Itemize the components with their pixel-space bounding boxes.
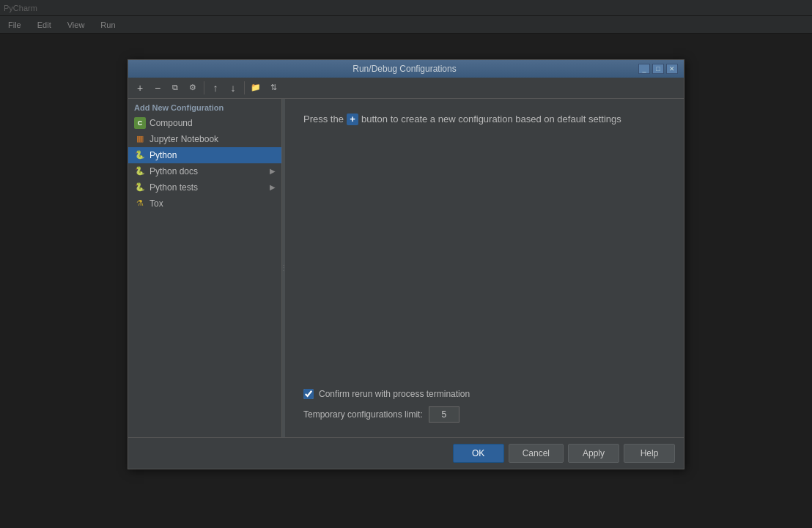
cancel-button[interactable]: Cancel	[509, 444, 564, 463]
dialog-title: Run/Debug Configurations	[171, 64, 638, 74]
dialog-footer: OK Cancel Apply Help	[128, 437, 684, 469]
jupyter-label: Jupyter Notebook	[150, 134, 218, 144]
content-area: Add New Configuration C Compound ▦ Jupyt…	[128, 99, 684, 437]
right-panel: Press the + button to create a new confi…	[285, 99, 684, 437]
configurations-toolbar: + − ⧉ ⚙ ↑ ↓ 📁 ⇅	[128, 78, 684, 99]
move-up-button[interactable]: ↑	[207, 80, 224, 96]
compound-icon: C	[134, 117, 146, 129]
python-tests-label: Python tests	[150, 182, 198, 193]
toolbar-separator	[204, 81, 204, 94]
minimize-button[interactable]: _	[638, 64, 650, 74]
confirm-rerun-label: Confirm rerun with process termination	[319, 389, 470, 399]
add-button[interactable]: +	[132, 80, 148, 96]
run-debug-dialog: Run/Debug Configurations _ □ ✕ + − ⧉ ⚙ ↑…	[128, 59, 684, 469]
right-bottom-section: Confirm rerun with process termination T…	[303, 389, 665, 423]
dialog-title-bar: Run/Debug Configurations _ □ ✕	[128, 60, 684, 78]
restore-button[interactable]: □	[652, 64, 664, 74]
temp-limit-label: Temporary configurations limit:	[303, 409, 423, 420]
tox-label: Tox	[150, 198, 163, 209]
sort-button[interactable]: ⇅	[265, 80, 281, 96]
apply-button[interactable]: Apply	[568, 444, 619, 463]
tree-item-python[interactable]: 🐍 Python	[128, 147, 281, 163]
tree-item-compound[interactable]: C Compound	[128, 115, 281, 131]
toolbar-separator-2	[244, 81, 245, 94]
hint-text-before: Press the	[303, 114, 344, 124]
jupyter-icon: ▦	[134, 133, 146, 145]
python-tests-icon: 🐍	[134, 182, 146, 193]
tree-item-python-docs[interactable]: 🐍 Python docs ▶	[128, 163, 281, 179]
move-down-button[interactable]: ↓	[225, 80, 241, 96]
compound-label: Compound	[150, 118, 193, 128]
python-docs-icon: 🐍	[134, 166, 146, 177]
copy-button[interactable]: ⧉	[167, 80, 183, 96]
python-label: Python	[150, 150, 177, 160]
python-docs-label: Python docs	[150, 166, 198, 176]
python-icon: 🐍	[134, 149, 146, 161]
help-button[interactable]: Help	[624, 444, 675, 463]
folder-button[interactable]: 📁	[248, 80, 264, 96]
temp-limit-input[interactable]	[429, 406, 459, 423]
tox-icon: ⚗	[134, 198, 146, 209]
hint-text-after: button to create a new configuration bas…	[361, 114, 621, 124]
section-header: Add New Configuration	[128, 99, 281, 115]
python-docs-arrow: ▶	[270, 167, 276, 175]
temp-limit-row: Temporary configurations limit:	[303, 406, 665, 423]
plus-badge: +	[347, 114, 358, 125]
dialog-overlay: Run/Debug Configurations _ □ ✕ + − ⧉ ⚙ ↑…	[0, 0, 812, 528]
tree-item-jupyter[interactable]: ▦ Jupyter Notebook	[128, 131, 281, 147]
confirm-rerun-checkbox[interactable]	[303, 389, 314, 399]
tree-item-python-tests[interactable]: 🐍 Python tests ▶	[128, 179, 281, 196]
close-button[interactable]: ✕	[666, 64, 678, 74]
python-tests-arrow: ▶	[270, 183, 276, 191]
ok-button[interactable]: OK	[453, 444, 504, 463]
remove-button[interactable]: −	[150, 80, 166, 96]
confirm-rerun-row: Confirm rerun with process termination	[303, 389, 665, 399]
hint-text-row: Press the + button to create a new confi…	[303, 114, 665, 125]
tree-item-tox[interactable]: ⚗ Tox	[128, 196, 281, 212]
title-bar-controls: _ □ ✕	[638, 64, 678, 74]
settings-button[interactable]: ⚙	[185, 80, 201, 96]
left-panel: Add New Configuration C Compound ▦ Jupyt…	[128, 99, 282, 437]
